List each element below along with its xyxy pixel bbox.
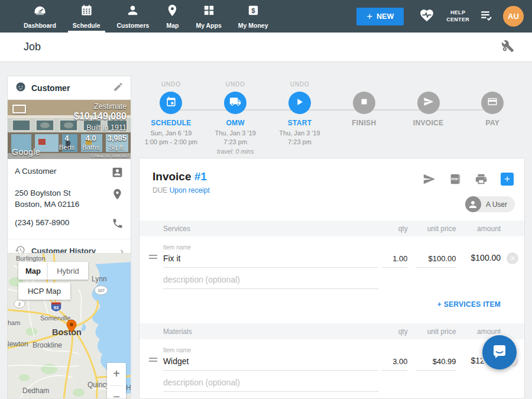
drag-handle-icon[interactable] [149, 253, 163, 268]
svg-text:Somerville: Somerville [40, 314, 70, 322]
user-silhouette-icon [465, 196, 481, 212]
activity-feed-icon[interactable] [479, 8, 494, 25]
new-button[interactable]: + NEW [356, 8, 404, 25]
stat-beds: 4 Beds [59, 134, 74, 151]
send-invoice-icon[interactable] [423, 173, 436, 186]
zestimate-value: $10,149,080 [74, 111, 126, 122]
nav-item-schedule[interactable]: Schedule [64, 0, 109, 33]
nav-item-my-money[interactable]: $ My Money [230, 0, 277, 33]
amount-column-header: amount [456, 225, 501, 233]
property-photo: Zestimate $10,149,080 Built in 1911 4 Be… [8, 100, 131, 159]
workflow-step-start: UNDO START Thu, Jan 3 '197:23 pm [268, 81, 332, 155]
print-icon[interactable] [475, 173, 488, 186]
stop-icon [359, 96, 369, 109]
unit-price-column-header: unit price [408, 327, 456, 336]
customer-name-row: A Customer [15, 166, 124, 181]
job-tools-icon[interactable] [501, 40, 514, 55]
help-center-link[interactable]: HELP CENTER [446, 9, 469, 23]
remove-item-icon[interactable]: ✕ [507, 252, 518, 264]
omw-step-button[interactable] [224, 92, 246, 114]
nav-item-customers[interactable]: Customers [109, 0, 158, 33]
customer-name: A Customer [15, 166, 57, 177]
top-nav: Dashboard Schedule Customers Map My Apps [0, 0, 532, 33]
nav-label: Schedule [73, 22, 100, 29]
service-description-input[interactable] [163, 274, 379, 289]
service-qty-input[interactable] [381, 253, 407, 268]
pdf-icon[interactable]: PDF [449, 173, 462, 186]
nav-item-my-apps[interactable]: My Apps [187, 0, 229, 33]
nav-item-map[interactable]: Map [157, 0, 187, 33]
pay-step-button[interactable] [481, 92, 504, 114]
apps-grid-icon [202, 4, 216, 20]
user-avatar[interactable]: AU [503, 6, 524, 27]
workflow-step-omw: UNDO OMW Thu, Jan 3 '197:23 pm travel: 0… [203, 81, 268, 155]
undo-link[interactable]: UNDO [203, 81, 268, 89]
nav-label: Dashboard [24, 22, 56, 29]
add-services-item-link[interactable]: + SERVICES ITEM [437, 300, 501, 309]
add-material-row: + MATERIALS ITEM [140, 392, 524, 399]
start-step-button[interactable] [288, 92, 311, 114]
help-line2: CENTER [446, 17, 469, 23]
workflow-step-finish: FINISH [332, 81, 396, 155]
material-description-input[interactable] [163, 377, 379, 392]
plus-icon: + [366, 11, 372, 22]
item-name-label: Item name [163, 347, 378, 353]
qty-column-header: qty [378, 327, 408, 336]
svg-text:Lynn: Lynn [92, 275, 107, 283]
nav-label: Map [166, 22, 179, 29]
help-line1: HELP [446, 9, 469, 16]
invoice-number[interactable]: #1 [194, 170, 207, 183]
map-type-button-hybrid[interactable]: Hybrid [48, 262, 88, 280]
invoice-header: Invoice #1 DUE Upon receipt PDF + A User [140, 158, 524, 220]
invoice-card: Invoice #1 DUE Upon receipt PDF + A User [139, 158, 525, 399]
material-qty-input[interactable] [381, 356, 407, 371]
calendar-event-icon [166, 96, 177, 110]
svg-text:Quincy: Quincy [87, 381, 109, 389]
zoom-in-button[interactable]: + [107, 363, 126, 385]
phone-icon[interactable] [112, 218, 124, 232]
heart-pulse-icon[interactable] [419, 8, 434, 25]
nav-item-dashboard[interactable]: Dashboard [15, 0, 64, 33]
workflow-step-schedule: UNDO SCHEDULE Sun, Jan 6 '191:00 pm - 2:… [139, 81, 203, 155]
invoice-step-button[interactable] [417, 92, 440, 114]
service-item-name-input[interactable] [163, 252, 378, 268]
invoice-due: DUE Upon receipt [153, 186, 512, 194]
svg-text:Newton: Newton [8, 340, 28, 348]
drag-handle-icon[interactable] [149, 356, 163, 371]
material-unit-price-input[interactable] [416, 356, 456, 371]
due-value-link[interactable]: Upon receipt [170, 186, 210, 194]
street-view-icon[interactable] [12, 105, 26, 113]
map-type-button-map[interactable]: Map [18, 262, 48, 280]
nav-right: + NEW HELP CENTER AU [356, 0, 532, 33]
svg-text:Dedham: Dedham [22, 387, 49, 395]
service-unit-price-input[interactable] [416, 253, 456, 268]
services-section-header: Services qty unit price amount [140, 220, 524, 236]
location-pin-icon[interactable] [111, 188, 124, 203]
zestimate-label: Zestimate [94, 102, 126, 111]
chat-launcher-button[interactable] [482, 335, 517, 369]
svg-text:2: 2 [18, 302, 21, 306]
zoom-out-button[interactable]: − [107, 386, 126, 399]
schedule-step-button[interactable] [160, 92, 182, 114]
service-amount: $100.00 [456, 253, 501, 268]
material-item-name-input[interactable] [163, 355, 378, 371]
section-name: Materials [163, 327, 378, 336]
hcp-map-button[interactable]: HCP Map [18, 283, 70, 300]
nav-label: My Apps [196, 22, 221, 29]
add-service-row: + SERVICES ITEM [140, 289, 524, 317]
money-icon: $ [246, 4, 260, 20]
undo-link[interactable]: UNDO [268, 81, 332, 89]
customer-card-header: Customer [8, 76, 131, 100]
add-invoice-button[interactable]: + [501, 173, 514, 186]
finish-step-button[interactable] [353, 92, 375, 114]
edit-pencil-icon[interactable] [113, 82, 124, 95]
unit-price-column-header: unit price [408, 225, 456, 233]
nav-label: Customers [117, 22, 150, 29]
contact-card-icon[interactable] [111, 166, 124, 181]
property-stats: 4 Beds 4.0 Baths 3,985 Sq.ft. [59, 134, 126, 151]
assigned-user-pill[interactable]: A User [465, 196, 515, 212]
customer-phone-row: (234) 567-8900 [15, 218, 124, 232]
undo-link[interactable]: UNDO [139, 81, 203, 89]
customer-card-title: Customer [31, 83, 70, 93]
map-widget[interactable]: 107 2 93 Burlington Lynn ham Somerville … [7, 253, 131, 399]
